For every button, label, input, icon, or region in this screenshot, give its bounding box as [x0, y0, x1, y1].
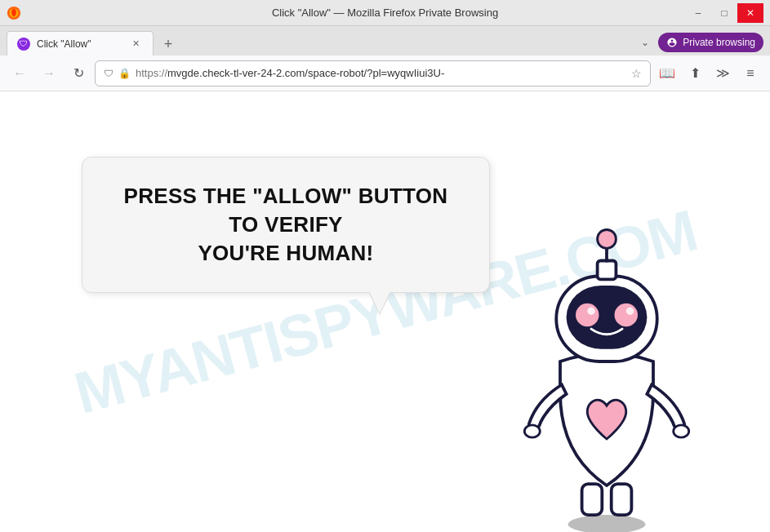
page-content: MYANTISPYWARE.COM PRESS THE "ALLOW" BUTT… [0, 91, 770, 532]
private-browsing-icon [666, 37, 678, 48]
tab-label: Click "Allow" [37, 38, 122, 50]
svg-rect-16 [582, 484, 603, 515]
reader-view-button[interactable]: 📖 [654, 60, 680, 86]
robot-svg [492, 222, 721, 532]
tabbar: 🛡 Click "Allow" ✕ + ⌄ Private browsing [0, 26, 770, 55]
navbar: ← → ↻ 🛡 🔒 https://mvgde.check-tl-ver-24-… [0, 55, 770, 91]
active-tab[interactable]: 🛡 Click "Allow" ✕ [7, 31, 154, 55]
svg-point-15 [601, 233, 612, 244]
url-scheme: https:// [136, 67, 167, 79]
extensions-button[interactable]: ≫ [710, 60, 736, 86]
bubble-text: PRESS THE "ALLOW" BUTTON TO VERIFY YOU'R… [115, 182, 456, 268]
tab-bar-right: ⌄ Private browsing [635, 33, 763, 55]
svg-point-8 [575, 303, 599, 327]
svg-rect-12 [598, 261, 616, 280]
bookmark-star-icon[interactable]: ☆ [631, 67, 642, 80]
robot-illustration [492, 222, 721, 532]
nav-extra-buttons: 📖 ⬆ ≫ ≡ [654, 60, 763, 86]
url-text: https://mvgde.check-tl-ver-24-2.com/spac… [136, 67, 626, 79]
svg-point-9 [614, 303, 639, 327]
bubble-line1: PRESS THE "ALLOW" BUTTON TO VERIFY [124, 184, 448, 237]
tab-close-button[interactable]: ✕ [128, 37, 143, 51]
tab-favicon: 🛡 [17, 38, 30, 51]
new-tab-button[interactable]: + [157, 33, 180, 55]
refresh-button[interactable]: ↻ [65, 60, 91, 86]
maximize-button[interactable]: □ [711, 3, 737, 23]
tracking-protection-icon: 🛡 [104, 68, 113, 79]
back-button[interactable]: ← [7, 60, 33, 86]
url-bar[interactable]: 🛡 🔒 https://mvgde.check-tl-ver-24-2.com/… [95, 60, 651, 86]
svg-point-3 [524, 425, 540, 437]
close-button[interactable]: ✕ [737, 3, 763, 23]
tab-overflow-button[interactable]: ⌄ [635, 33, 655, 52]
menu-button[interactable]: ≡ [737, 60, 763, 86]
svg-rect-17 [612, 484, 632, 515]
svg-point-11 [626, 308, 634, 316]
titlebar-controls: – □ ✕ [685, 3, 763, 23]
url-path: /space-robot/?pl=wyqwIiui3U- [305, 67, 444, 79]
svg-point-2 [568, 515, 646, 532]
share-button[interactable]: ⬆ [682, 60, 708, 86]
url-domain: mvgde.check-tl-ver-24-2.com [167, 67, 305, 79]
private-browsing-label: Private browsing [683, 37, 755, 48]
speech-bubble-container: PRESS THE "ALLOW" BUTTON TO VERIFY YOU'R… [82, 157, 490, 293]
private-browsing-badge: Private browsing [658, 33, 763, 52]
titlebar-left [7, 6, 21, 20]
titlebar: Click "Allow" — Mozilla Firefox Private … [0, 0, 770, 26]
titlebar-title: Click "Allow" — Mozilla Firefox Private … [272, 7, 498, 19]
speech-bubble: PRESS THE "ALLOW" BUTTON TO VERIFY YOU'R… [82, 157, 490, 293]
svg-point-10 [587, 308, 595, 316]
firefox-logo [7, 6, 21, 20]
bubble-line2: YOU'RE HUMAN! [198, 241, 373, 265]
minimize-button[interactable]: – [685, 3, 711, 23]
svg-point-4 [674, 425, 689, 437]
forward-button[interactable]: → [36, 60, 62, 86]
secure-connection-icon: 🔒 [118, 68, 131, 79]
